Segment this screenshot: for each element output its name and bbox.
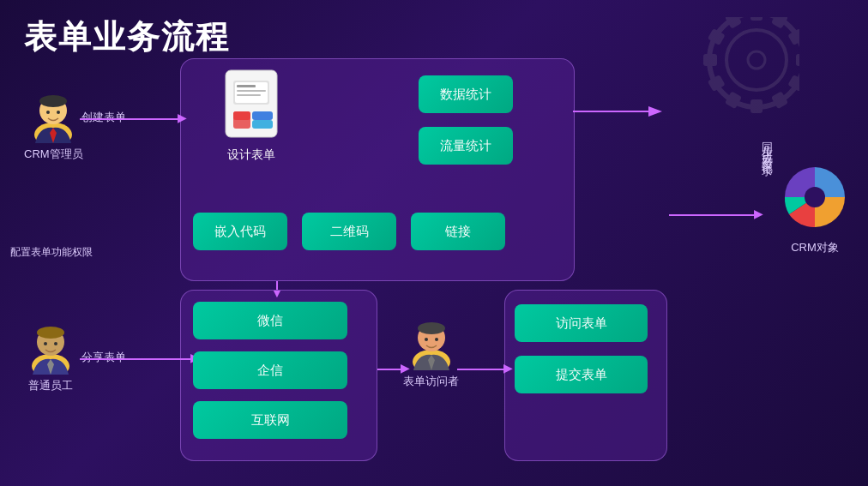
normal-employee-area: 普通员工 — [24, 321, 77, 393]
submit-form-button[interactable]: 提交表单 — [515, 356, 648, 393]
svg-rect-6 — [796, 54, 799, 66]
page-title: 表单业务流程 — [24, 15, 230, 59]
normal-employee-label: 普通员工 — [28, 378, 73, 393]
svg-point-26 — [54, 342, 57, 345]
visit-form-button[interactable]: 访问表单 — [515, 304, 648, 342]
qrcode-button[interactable]: 二维码 — [302, 213, 396, 250]
svg-rect-30 — [237, 85, 256, 87]
svg-rect-34 — [233, 111, 250, 120]
crm-object-pie-chart — [781, 163, 849, 231]
svg-rect-36 — [252, 120, 273, 129]
svg-point-19 — [46, 111, 50, 114]
data-stats-button[interactable]: 数据统计 — [419, 75, 513, 113]
config-permission-label: 配置表单功能权限 — [10, 245, 93, 260]
sync-label: 同步生成对象记录 — [759, 133, 776, 160]
link-button[interactable]: 链接 — [411, 213, 505, 250]
crm-manager-area: CRM管理员 — [24, 90, 83, 162]
embed-code-button[interactable]: 嵌入代码 — [193, 213, 287, 250]
svg-rect-3 — [750, 17, 763, 21]
share-form-label: 分享表单 — [81, 350, 126, 365]
arrow-config-down — [276, 281, 278, 290]
arrow-visitor-to-group — [457, 369, 504, 370]
svg-point-23 — [37, 327, 64, 339]
crm-manager-label: CRM管理员 — [24, 147, 83, 162]
svg-rect-12 — [703, 54, 717, 66]
internet-button[interactable]: 互联网 — [193, 401, 347, 439]
design-form-doc-icon — [221, 69, 281, 139]
corp-button[interactable]: 企信 — [193, 351, 347, 389]
design-form-area: 设计表单 — [221, 69, 281, 163]
svg-rect-9 — [750, 99, 763, 113]
svg-rect-32 — [237, 94, 261, 96]
design-form-label: 设计表单 — [221, 147, 281, 163]
svg-point-1 — [726, 30, 787, 90]
svg-point-2 — [748, 51, 765, 69]
svg-point-25 — [44, 342, 47, 345]
arrow-bottom-to-visitor — [377, 369, 401, 370]
crm-object-label: CRM对象 — [781, 240, 849, 255]
normal-employee-avatar — [24, 321, 77, 375]
svg-point-42 — [435, 338, 438, 341]
create-form-label: 创建表单 — [81, 110, 126, 125]
svg-rect-35 — [252, 111, 273, 120]
arrow-sync-to-crm — [669, 214, 755, 216]
sync-arrow-line — [573, 86, 676, 300]
svg-point-43 — [805, 187, 825, 207]
svg-point-17 — [39, 95, 67, 107]
form-visitor-avatar — [405, 317, 458, 370]
crm-object-area: CRM对象 — [781, 163, 849, 255]
form-visitor-area: 表单访问者 — [403, 317, 459, 389]
arrow-share — [80, 358, 191, 360]
svg-point-39 — [418, 322, 445, 334]
arrow-create — [80, 118, 178, 120]
wechat-button[interactable]: 微信 — [193, 302, 347, 339]
svg-point-20 — [57, 111, 60, 114]
flow-stats-button[interactable]: 流量统计 — [419, 127, 513, 165]
svg-rect-31 — [237, 90, 266, 92]
svg-point-41 — [425, 338, 428, 341]
crm-manager-avatar — [27, 90, 80, 143]
form-visitor-label: 表单访问者 — [403, 374, 459, 389]
